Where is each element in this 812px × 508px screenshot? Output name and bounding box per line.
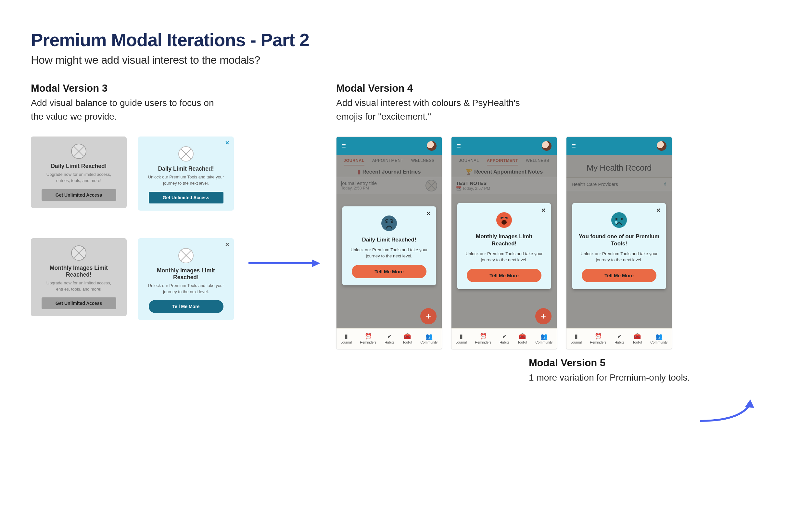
app-bar: ≡ [566, 137, 672, 155]
journal-nav-icon: ▮ [345, 334, 348, 339]
nav-journal[interactable]: ▮Journal [571, 334, 582, 344]
v5-title: Modal Version 5 [529, 357, 793, 369]
tell-me-more-button[interactable]: Tell Me More [352, 265, 426, 278]
v3-desc: Add visual balance to guide users to foc… [31, 96, 226, 124]
avatar[interactable] [657, 141, 667, 151]
nav-reminders[interactable]: ⏰Reminders [475, 334, 491, 344]
fab-add[interactable]: + [420, 308, 436, 324]
modal-desc: Unlock our Premium Tools and take your j… [348, 247, 430, 259]
tab-bar: ▮Journal ⏰Reminders ✔Habits 🧰Toolkit 👥Co… [336, 328, 442, 349]
nav-reminders[interactable]: ⏰Reminders [590, 334, 607, 344]
page-subtitle: How might we add visual interest to the … [31, 54, 793, 66]
nav-community[interactable]: 👥Community [420, 334, 437, 344]
cry-emoji-icon [611, 212, 627, 228]
community-nav-icon: 👥 [656, 334, 663, 339]
nav-habits[interactable]: ✔Habits [615, 334, 624, 344]
v3-card-monthly-cyan: ✕ Monthly Images Limit Reached! Unlock o… [138, 238, 234, 321]
hamburger-icon[interactable]: ≡ [572, 142, 576, 150]
get-unlimited-button[interactable]: Get Unlimited Access [42, 297, 116, 309]
toolkit-nav-icon: 🧰 [634, 334, 641, 339]
fab-add[interactable]: + [535, 308, 552, 324]
toolkit-nav-icon: 🧰 [519, 334, 526, 339]
hamburger-icon[interactable]: ≡ [457, 142, 461, 150]
card-title: Monthly Images Limit Reached! [145, 267, 227, 281]
sad-emoji-icon [381, 215, 397, 231]
v4-title: Modal Version 4 [336, 83, 793, 94]
v3-title: Modal Version 3 [31, 83, 297, 94]
reminders-nav-icon: ⏰ [365, 334, 372, 339]
card-desc: Upgrade now for unlimited access, entrie… [37, 280, 120, 293]
nav-community[interactable]: 👥Community [535, 334, 553, 344]
phone-mock-appointment: ≡ JOURNAL APPOINTMENT WELLNESS 🏆Recent A… [451, 136, 557, 349]
nav-toolkit[interactable]: 🧰Toolkit [402, 334, 412, 344]
nav-reminders[interactable]: ⏰Reminders [360, 334, 376, 344]
v3-card-daily-cyan: ✕ Daily Limit Reached! Unlock our Premiu… [138, 136, 234, 211]
placeholder-icon [178, 146, 194, 162]
card-title: Monthly Images Limit Reached! [37, 264, 120, 278]
get-unlimited-button[interactable]: Get Unlimited Access [149, 192, 224, 204]
card-desc: Unlock our Premium Tools and take your j… [145, 283, 227, 295]
tell-me-more-button[interactable]: Tell Me More [582, 269, 657, 282]
toolkit-nav-icon: 🧰 [404, 334, 411, 339]
arrow-curve-icon [698, 398, 763, 427]
tab-bar: ▮Journal ⏰Reminders ✔Habits 🧰Toolkit 👥Co… [566, 328, 672, 349]
nav-habits[interactable]: ✔Habits [385, 334, 394, 344]
habits-nav-icon: ✔ [502, 334, 507, 339]
angry-emoji-icon [496, 212, 512, 228]
modal-title: You found one of our Premium Tools! [578, 233, 660, 247]
nav-habits[interactable]: ✔Habits [499, 334, 509, 344]
arrow-right-icon [247, 257, 322, 270]
modal-desc: Unlock our Premium Tools and take your j… [463, 251, 545, 263]
tell-me-more-button[interactable]: Tell Me More [467, 269, 541, 282]
close-icon[interactable]: ✕ [541, 207, 546, 214]
card-title: Daily Limit Reached! [37, 163, 120, 170]
tab-bar: ▮Journal ⏰Reminders ✔Habits 🧰Toolkit 👥Co… [451, 328, 557, 349]
hamburger-icon[interactable]: ≡ [342, 142, 346, 150]
nav-journal[interactable]: ▮Journal [456, 334, 467, 344]
modal-title: Monthly Images Limit Reached! [463, 233, 545, 247]
placeholder-icon [71, 245, 86, 261]
close-icon[interactable]: ✕ [426, 210, 431, 217]
journal-nav-icon: ▮ [575, 334, 578, 339]
tell-me-more-button[interactable]: Tell Me More [149, 300, 224, 313]
nav-toolkit[interactable]: 🧰Toolkit [517, 334, 527, 344]
v3-card-daily-gray: Daily Limit Reached! Upgrade now for unl… [31, 136, 127, 208]
modal-desc: Unlock our Premium Tools and take your j… [578, 251, 660, 263]
card-desc: Unlock our Premium Tools and take your j… [145, 174, 227, 186]
v5-desc: 1 more variation for Premium-only tools. [529, 371, 793, 384]
premium-modal-tools: ✕ You found one of our Premium Tools! Un… [572, 203, 666, 289]
phone-mock-journal: ≡ JOURNAL APPOINTMENT WELLNESS ▮Recent J… [336, 136, 442, 349]
v3-card-monthly-gray: Monthly Images Limit Reached! Upgrade no… [31, 238, 127, 316]
premium-modal-monthly: ✕ Monthly Images Limit Reached! Unlock o… [457, 203, 551, 289]
card-title: Daily Limit Reached! [145, 165, 227, 172]
v4-desc: Add visual interest with colours & PsyHe… [336, 96, 531, 124]
close-icon[interactable]: ✕ [656, 207, 661, 214]
modal-title: Daily Limit Reached! [348, 236, 430, 244]
app-bar: ≡ [451, 137, 557, 155]
nav-journal[interactable]: ▮Journal [341, 334, 352, 344]
nav-toolkit[interactable]: 🧰Toolkit [632, 334, 642, 344]
reminders-nav-icon: ⏰ [595, 334, 602, 339]
page-title: Premium Modal Iterations - Part 2 [31, 29, 793, 50]
card-desc: Upgrade now for unlimited access, entrie… [37, 172, 120, 184]
avatar[interactable] [542, 141, 552, 151]
close-icon[interactable]: ✕ [225, 140, 229, 146]
phone-mock-health-record: ≡ My Health Record Health Care Providers… [566, 136, 672, 349]
svg-marker-2 [745, 399, 754, 408]
journal-nav-icon: ▮ [460, 334, 463, 339]
community-nav-icon: 👥 [426, 334, 433, 339]
habits-nav-icon: ✔ [617, 334, 622, 339]
premium-modal-daily: ✕ Daily Limit Reached! Unlock our Premiu… [342, 206, 436, 285]
svg-marker-1 [312, 259, 320, 267]
app-bar: ≡ [336, 137, 442, 155]
reminders-nav-icon: ⏰ [480, 334, 487, 339]
placeholder-icon [71, 144, 86, 159]
nav-community[interactable]: 👥Community [650, 334, 667, 344]
close-icon[interactable]: ✕ [225, 242, 229, 248]
avatar[interactable] [427, 141, 436, 151]
get-unlimited-button[interactable]: Get Unlimited Access [42, 189, 116, 201]
community-nav-icon: 👥 [540, 334, 547, 339]
habits-nav-icon: ✔ [387, 334, 392, 339]
placeholder-icon [178, 248, 194, 263]
